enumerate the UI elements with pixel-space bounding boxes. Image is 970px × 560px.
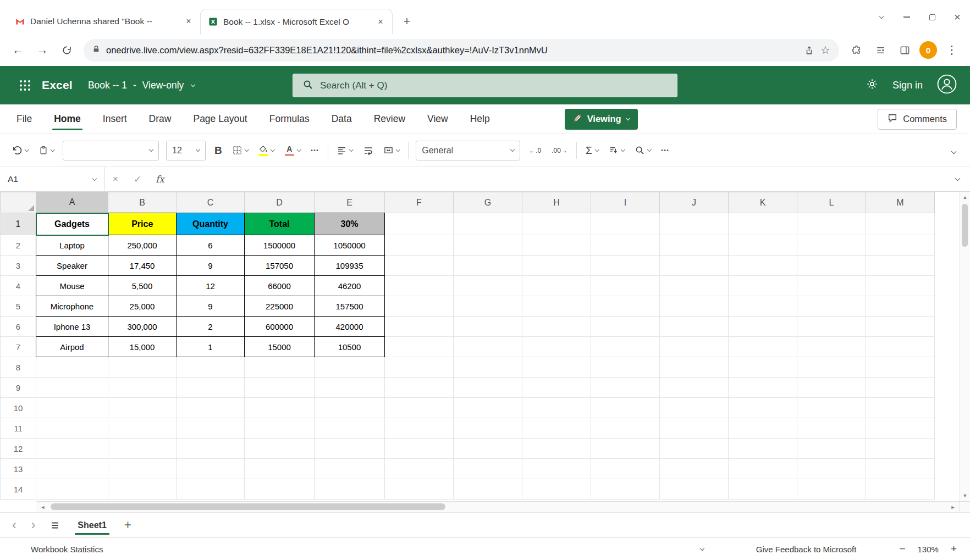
cell-C14[interactable] (177, 479, 245, 500)
cell-F13[interactable] (385, 459, 454, 479)
cell-H11[interactable] (522, 418, 591, 439)
scroll-down-icon[interactable]: ▼ (960, 490, 970, 501)
column-header-M[interactable]: M (866, 192, 935, 213)
horizontal-scrollbar[interactable]: ◄ ► (36, 501, 960, 512)
sort-filter-button[interactable] (607, 141, 626, 160)
cell-L14[interactable] (797, 479, 866, 500)
cell-E10[interactable] (315, 398, 385, 418)
cell-I9[interactable] (591, 378, 660, 398)
cell-E3[interactable]: 109935 (315, 256, 385, 276)
cell-C11[interactable] (177, 418, 245, 439)
cell-H8[interactable] (522, 357, 591, 378)
menu-review[interactable]: Review (374, 104, 405, 134)
vertical-scrollbar[interactable]: ▲ ▼ (960, 192, 970, 501)
minimize-button[interactable] (894, 0, 919, 34)
cell-J14[interactable] (660, 479, 729, 500)
cell-L2[interactable] (797, 235, 866, 256)
browser-tab-excel[interactable]: Book -- 1.xlsx - Microsoft Excel O × (200, 9, 393, 34)
browser-tab-gmail[interactable]: Daniel Uchenna shared "Book -- × (8, 9, 200, 34)
cell-H3[interactable] (522, 256, 591, 276)
cell-J10[interactable] (660, 398, 729, 418)
cell-B6[interactable]: 300,000 (108, 317, 177, 337)
cell-D14[interactable] (245, 479, 315, 500)
cell-L5[interactable] (797, 296, 866, 317)
cell-I11[interactable] (591, 418, 660, 439)
browser-profile-avatar[interactable]: 0 (919, 41, 937, 59)
reading-list-icon[interactable] (869, 38, 892, 62)
cell-H6[interactable] (522, 317, 591, 337)
cell-G8[interactable] (454, 357, 522, 378)
cell-M13[interactable] (866, 459, 935, 479)
cell-B9[interactable] (108, 378, 177, 398)
cell-F11[interactable] (385, 418, 454, 439)
row-header-8[interactable]: 8 (1, 357, 36, 378)
cell-E1[interactable]: 30% (315, 213, 385, 235)
cell-M7[interactable] (866, 337, 935, 357)
cell-C10[interactable] (177, 398, 245, 418)
number-format-select[interactable]: General (416, 141, 520, 160)
cell-M1[interactable] (866, 213, 935, 235)
cell-F4[interactable] (385, 276, 454, 296)
feedback-link[interactable]: Give Feedback to Microsoft (756, 545, 857, 554)
cell-G7[interactable] (454, 337, 522, 357)
cell-A11[interactable] (36, 418, 108, 439)
row-header-3[interactable]: 3 (1, 256, 36, 276)
cell-A2[interactable]: Laptop (36, 235, 108, 256)
cell-G10[interactable] (454, 398, 522, 418)
cell-D5[interactable]: 225000 (245, 296, 315, 317)
cell-K9[interactable] (729, 378, 797, 398)
cell-G9[interactable] (454, 378, 522, 398)
cell-L7[interactable] (797, 337, 866, 357)
cell-B2[interactable]: 250,000 (108, 235, 177, 256)
cell-D7[interactable]: 15000 (245, 337, 315, 357)
menu-file[interactable]: File (16, 104, 32, 134)
cell-M12[interactable] (866, 439, 935, 459)
cell-A7[interactable]: Airpod (36, 337, 108, 357)
cell-J11[interactable] (660, 418, 729, 439)
cell-J1[interactable] (660, 213, 729, 235)
cell-L4[interactable] (797, 276, 866, 296)
cell-I13[interactable] (591, 459, 660, 479)
ribbon-collapse-chevron[interactable] (952, 146, 960, 156)
cell-B5[interactable]: 25,000 (108, 296, 177, 317)
reload-button[interactable] (55, 38, 78, 62)
cell-J4[interactable] (660, 276, 729, 296)
cell-F3[interactable] (385, 256, 454, 276)
cell-G2[interactable] (454, 235, 522, 256)
cell-G5[interactable] (454, 296, 522, 317)
scroll-up-icon[interactable]: ▲ (960, 192, 970, 203)
menu-help[interactable]: Help (470, 104, 490, 134)
cell-B3[interactable]: 17,450 (108, 256, 177, 276)
menu-home[interactable]: Home (54, 104, 81, 134)
column-header-H[interactable]: H (522, 192, 591, 213)
prev-sheet-chevron[interactable]: ‹ (12, 519, 16, 531)
row-header-9[interactable]: 9 (1, 378, 36, 398)
cell-E12[interactable] (315, 439, 385, 459)
cell-L6[interactable] (797, 317, 866, 337)
column-header-G[interactable]: G (454, 192, 522, 213)
cell-J9[interactable] (660, 378, 729, 398)
borders-button[interactable] (231, 141, 250, 160)
cell-F1[interactable] (385, 213, 454, 235)
cell-I6[interactable] (591, 317, 660, 337)
cell-B4[interactable]: 5,500 (108, 276, 177, 296)
cell-A6[interactable]: Iphone 13 (36, 317, 108, 337)
cell-K5[interactable] (729, 296, 797, 317)
cell-E4[interactable]: 46200 (315, 276, 385, 296)
cell-C9[interactable] (177, 378, 245, 398)
cell-F14[interactable] (385, 479, 454, 500)
cell-K11[interactable] (729, 418, 797, 439)
column-header-I[interactable]: I (591, 192, 660, 213)
cell-E5[interactable]: 157500 (315, 296, 385, 317)
cell-F9[interactable] (385, 378, 454, 398)
cell-L12[interactable] (797, 439, 866, 459)
cell-M11[interactable] (866, 418, 935, 439)
cell-H9[interactable] (522, 378, 591, 398)
back-button[interactable]: ← (7, 38, 30, 62)
cell-J7[interactable] (660, 337, 729, 357)
cell-K3[interactable] (729, 256, 797, 276)
status-options-chevron[interactable] (701, 548, 704, 550)
cell-F2[interactable] (385, 235, 454, 256)
select-all-corner[interactable] (1, 192, 36, 213)
insert-function-icon[interactable]: fx (148, 174, 172, 185)
